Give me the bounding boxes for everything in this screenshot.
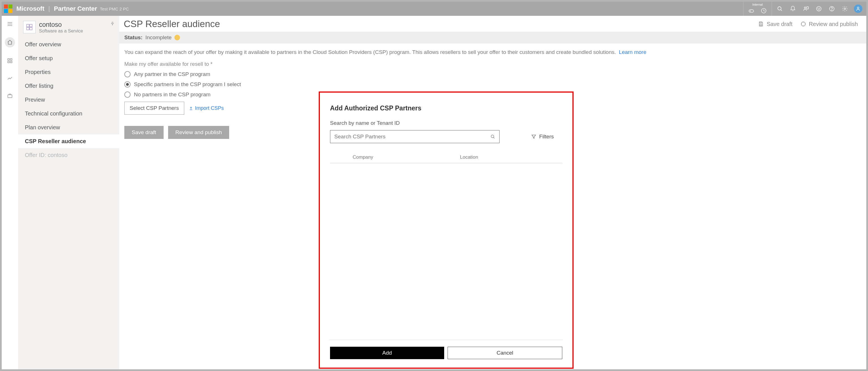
svg-rect-20 [10,59,12,60]
icon-rail [2,16,18,369]
status-value: Incomplete [145,34,172,41]
search-icon[interactable] [776,5,784,13]
import-csps-link[interactable]: Import CSPs [189,105,224,111]
svg-rect-29 [760,24,762,26]
nav-offer-overview[interactable]: Offer overview [18,38,119,52]
status-incomplete-icon [174,35,180,40]
modal-subtitle: Search by name or Tenant ID [330,120,562,126]
svg-rect-21 [8,61,10,63]
user-avatar[interactable] [854,4,862,13]
menu-icon[interactable] [6,20,14,28]
brand-label: Microsoft [17,5,44,12]
review-publish-action[interactable]: Review and publish [801,21,858,27]
svg-rect-26 [27,27,29,30]
svg-marker-34 [532,135,536,138]
briefcase-icon[interactable] [6,92,14,100]
nav-technical-configuration[interactable]: Technical configuration [18,107,119,121]
bell-icon[interactable] [789,5,797,13]
svg-rect-25 [30,24,32,27]
page-description: You can expand the reach of your offer b… [124,49,861,55]
status-bar: Status: Incomplete [119,32,866,43]
home-icon[interactable] [5,37,15,47]
side-nav: contoso Software as a Service Offer over… [18,16,119,369]
nav-properties[interactable]: Properties [18,65,119,79]
radio-any-partner[interactable]: Any partner in the CSP program [124,71,861,77]
face-icon[interactable] [815,5,823,13]
clock-icon[interactable] [760,7,768,15]
product-label[interactable]: Partner Center [54,5,97,12]
svg-rect-23 [8,95,12,98]
svg-line-5 [781,10,782,11]
search-icon[interactable] [490,134,495,139]
svg-rect-19 [8,59,10,60]
nav-offer-setup[interactable]: Offer setup [18,52,119,65]
chart-icon[interactable] [6,74,14,82]
save-draft-action[interactable]: Save draft [758,21,792,27]
svg-point-13 [832,10,832,10]
svg-line-33 [493,137,494,138]
status-label: Status: [124,34,143,41]
save-icon [758,21,764,27]
svg-point-7 [804,7,806,8]
svg-rect-8 [807,7,808,9]
svg-point-14 [844,8,846,10]
offer-type-icon [23,21,36,33]
svg-rect-22 [10,61,12,63]
nav-plan-overview[interactable]: Plan overview [18,121,119,134]
filters-button[interactable]: Filters [531,134,554,140]
help-icon[interactable] [828,5,836,13]
save-draft-button[interactable]: Save draft [124,126,164,139]
filter-icon [531,134,536,139]
add-csp-partners-modal: Add Authorized CSP Partners Search by na… [319,92,574,369]
svg-rect-0 [749,10,754,12]
internal-badge: Internal [743,2,772,16]
modal-divider [330,340,563,340]
svg-rect-24 [27,24,29,27]
gear-icon[interactable] [841,5,849,13]
page-title: CSP Reseller audience [124,19,220,29]
nav-offer-listing[interactable]: Offer listing [18,79,119,93]
grid-icon[interactable] [6,57,14,65]
svg-point-10 [818,8,818,8]
svg-point-11 [819,8,820,8]
column-company: Company [352,155,460,160]
top-bar: Microsoft | Partner Center Test PMC 2 PC… [2,2,866,16]
svg-rect-28 [760,22,762,23]
modal-title: Add Authorized CSP Partners [330,104,562,112]
svg-rect-27 [30,27,32,30]
upload-icon [189,106,193,110]
review-and-publish-button[interactable]: Review and publish [168,126,229,139]
search-csp-partners-input-wrapper[interactable] [330,130,500,143]
nav-preview[interactable]: Preview [18,93,119,107]
svg-point-15 [857,7,859,9]
learn-more-link[interactable]: Learn more [619,49,646,55]
column-location: Location [460,155,562,160]
svg-point-9 [816,6,822,11]
publish-icon [801,21,806,27]
game-controller-icon[interactable] [747,7,755,15]
offer-header: contoso Software as a Service [18,16,119,38]
pin-icon[interactable] [110,22,115,26]
offer-type-label: Software as a Service [39,29,83,34]
add-button[interactable]: Add [330,347,444,359]
cancel-button[interactable]: Cancel [447,347,562,359]
nav-offer-id: Offer ID: contoso [18,148,119,162]
results-table-header: Company Location [330,151,562,163]
radio-specific-partners[interactable]: Specific partners in the CSP program I s… [124,81,861,88]
select-csp-partners-button[interactable]: Select CSP Partners [124,102,184,114]
person-card-icon[interactable] [802,5,810,13]
microsoft-logo-icon [4,4,12,13]
environment-label: Test PMC 2 PC [100,6,129,11]
resell-field-label: Make my offer available for resell to * [124,61,861,67]
nav-csp-reseller-audience[interactable]: CSP Reseller audience [18,134,119,148]
search-csp-partners-input[interactable] [334,134,490,140]
offer-name: contoso [39,21,83,29]
